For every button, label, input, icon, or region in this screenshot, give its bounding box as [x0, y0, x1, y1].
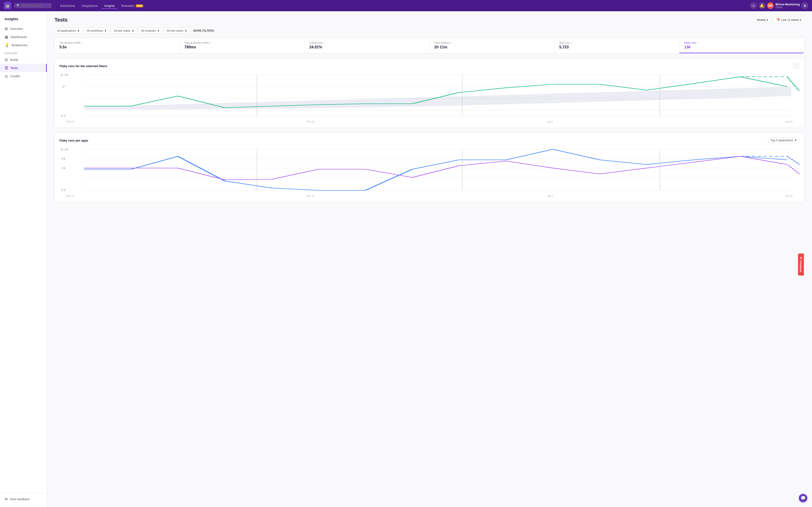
chevron-down-icon: ▾: [767, 18, 768, 21]
chevron-down-icon: ⬍: [104, 29, 107, 33]
sidebar-item-credits[interactable]: ◎ Credits: [0, 72, 47, 80]
main-navigation: Dashboard Integrations Insights Releases…: [57, 3, 750, 9]
chart2-x-label-1: Dec 12: [307, 195, 314, 198]
chart1-expand-button[interactable]: ⛶: [793, 63, 800, 69]
page-header: Tests Weekly ▾ 📅 Last 12 weeks ▾: [54, 17, 805, 23]
credits-icon: ◎: [5, 74, 8, 78]
chart2-header: Flaky runs per apps Top 5 applications ⬍: [59, 137, 800, 143]
nav-integrations[interactable]: Integrations: [79, 3, 101, 9]
svg-text:7: 7: [61, 86, 65, 88]
sidebar-bottom: ✉ Give feedback: [0, 493, 47, 503]
chart-flaky-runs-per-app: Flaky runs per apps Top 5 applications ⬍: [54, 133, 805, 202]
sidebar-title: Insights: [0, 15, 47, 25]
feedback-icon: ✉: [800, 257, 803, 259]
chat-icon: 💬: [801, 496, 806, 501]
builds-icon: ⊟: [5, 58, 8, 62]
explore-section-label: EXPLORE: [0, 49, 47, 56]
grid-icon: ⊞: [5, 26, 8, 31]
trend-arrow-up: ↑: [697, 41, 699, 44]
sidebar-item-builds[interactable]: ⊟ Builds: [0, 56, 47, 64]
main-content: Tests Weekly ▾ 📅 Last 12 weeks ▾ All app…: [47, 11, 812, 507]
chart1-x-label-0: Nov 21: [66, 120, 74, 123]
search-bar[interactable]: 🔍: [14, 3, 52, 8]
range-selector[interactable]: 📅 Last 12 weeks ▾: [773, 17, 805, 23]
chart1-x-label-1: Dec 12: [307, 120, 314, 123]
feedback-tab[interactable]: ✉ Feedback: [798, 253, 804, 276]
more-filters-button[interactable]: MORE FILTERS: [193, 29, 214, 33]
chart1-svg: 19 7 0: [59, 72, 800, 119]
svg-text:4: 4: [61, 167, 65, 169]
sidebar-item-bottlenecks[interactable]: 💡 Bottlenecks: [0, 41, 47, 49]
dashboard-icon: ▦: [5, 35, 8, 39]
chart1-x-label-2: Jan 3: [547, 120, 553, 123]
calendar-icon: 📅: [776, 18, 780, 21]
lightbulb-icon: 💡: [5, 43, 9, 47]
nav-insights[interactable]: Insights: [101, 3, 118, 9]
tests-icon: ☰: [5, 66, 8, 70]
header-controls: Weekly ▾ 📅 Last 12 weeks ▾: [754, 17, 805, 23]
sidebar-item-give-feedback[interactable]: ✉ Give feedback: [0, 495, 47, 503]
chart1-header: Flaky runs for the selected filters ⛶: [59, 63, 800, 69]
chevron-down-icon: ⬍: [795, 139, 797, 142]
chart2-x-label-0: Nov 21: [66, 195, 74, 198]
metric-total-duration[interactable]: Total duration ↑ 2h 11m: [429, 38, 555, 53]
avatar[interactable]: BM: [767, 2, 774, 9]
metric-failure-rate[interactable]: Failure rate ↑ 24.01%: [305, 38, 430, 53]
chart1-x-labels: Nov 21 Dec 12 Jan 3 Jan 25: [59, 119, 800, 123]
svg-text:0: 0: [61, 189, 65, 191]
metric-typical-duration[interactable]: Typical duration (p50) ↑ 780ms: [180, 38, 305, 53]
svg-text:8: 8: [61, 158, 65, 160]
app-logo[interactable]: 🤖: [4, 2, 11, 9]
sidebar-item-dashboards[interactable]: ▦ Dashboards: [0, 33, 47, 41]
sidebar-item-overview[interactable]: ⊞ Overview: [0, 25, 47, 33]
chevron-down-icon: ⬍: [185, 29, 187, 33]
app-body: Insights ⊞ Overview ▦ Dashboards 💡 Bottl…: [0, 11, 812, 507]
chevron-down-icon: ⬍: [77, 29, 80, 33]
metric-top-duration[interactable]: Top duration (p90) ↓ 5.5s: [55, 38, 180, 53]
search-input[interactable]: [21, 4, 50, 7]
sidebar-item-tests[interactable]: ☰ Tests: [0, 64, 47, 72]
feedback-envelope-icon: ✉: [5, 497, 8, 501]
releases-badge: NEW: [136, 4, 143, 7]
trend-arrow-up: ↑: [451, 41, 452, 44]
trend-arrow-up: ↑: [571, 41, 572, 44]
chevron-down-icon: ▾: [800, 18, 801, 21]
filter-workflows[interactable]: All workflows ⬍: [84, 28, 109, 34]
chart2-x-label-3: Jan 25: [785, 195, 793, 198]
svg-text:12: 12: [59, 148, 68, 151]
filter-test-cases[interactable]: All test cases ⬍: [164, 28, 190, 34]
chart1-title: Flaky runs for the selected filters: [59, 64, 107, 68]
metric-test-runs[interactable]: Test runs ↑ 5,723: [555, 38, 679, 53]
metric-flaky-runs[interactable]: Flaky runs ↑ 136: [679, 38, 804, 53]
trend-arrow-down: ↓: [81, 41, 83, 44]
search-icon: 🔍: [16, 4, 20, 7]
chart2-area: 12 8 4 0 Nov 21 Dec 12 Jan 3 Jan 25: [59, 147, 800, 198]
chart1-x-label-3: Jan 25: [785, 120, 793, 123]
user-info: Bitrise-Monitoring Owner: [775, 3, 800, 9]
filter-modules[interactable]: All modules ⬍: [139, 28, 162, 34]
trend-arrow-up: ↑: [323, 41, 325, 44]
add-button[interactable]: ＋: [750, 2, 757, 9]
chat-bubble[interactable]: 💬: [799, 494, 807, 502]
chart2-title: Flaky runs per apps: [59, 139, 88, 142]
chevron-down-icon: ⬍: [132, 29, 134, 33]
chart2-x-label-2: Jan 3: [547, 195, 553, 198]
period-selector[interactable]: Weekly ▾: [754, 17, 771, 23]
nav-dashboard[interactable]: Dashboard: [57, 3, 78, 9]
filters-bar: All applications ⬍ All workflows ⬍ All t…: [54, 28, 805, 34]
notification-bell[interactable]: 🔔: [759, 2, 765, 9]
nav-releases[interactable]: Releases NEW: [118, 3, 146, 9]
svg-text:19: 19: [59, 74, 68, 76]
metrics-row: Top duration (p90) ↓ 5.5s Typical durati…: [54, 38, 805, 54]
chart-flaky-runs-total: Flaky runs for the selected filters ⛶: [54, 58, 805, 128]
filter-applications[interactable]: All applications ⬍: [54, 28, 82, 34]
top-navigation: 🤖 🔍 Dashboard Integrations Insights Rele…: [0, 0, 812, 11]
filter-test-suites[interactable]: All test suites ⬍: [111, 28, 137, 34]
user-menu-chevron[interactable]: ▾: [802, 2, 808, 9]
top-apps-selector[interactable]: Top 5 applications ⬍: [768, 137, 800, 143]
chart1-area: 19 7 0 Nov 21 Dec 12 Jan 3 Jan 25: [59, 72, 800, 123]
chart2-svg: 12 8 4 0: [59, 147, 800, 194]
trend-arrow-up: ↑: [210, 41, 212, 44]
svg-text:0: 0: [61, 115, 65, 117]
page-title: Tests: [54, 17, 68, 23]
